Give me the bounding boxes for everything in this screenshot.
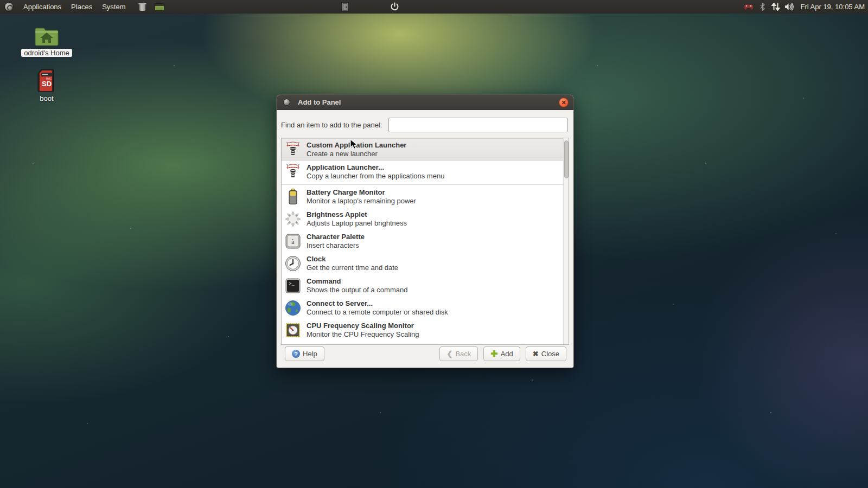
item-title: Clock xyxy=(307,255,398,264)
item-description: Insert characters xyxy=(307,241,365,250)
desktop-icon-label: boot xyxy=(40,94,53,102)
launcher-icon xyxy=(284,163,302,181)
list-item-dictionary-partial[interactable]: Dictionary Look up xyxy=(282,341,569,345)
sd-card-icon: SD MMC xyxy=(37,68,56,92)
item-description: Monitor the CPU Frequency Scaling xyxy=(307,330,419,339)
item-description: Connect to a remote computer or shared d… xyxy=(307,308,448,317)
home-folder-icon xyxy=(34,25,59,47)
close-button[interactable]: ✖ Close xyxy=(526,346,566,361)
item-description: Get the current time and date xyxy=(307,264,398,272)
list-item-custom-application-launcher[interactable]: Custom Application Launcher Create a new… xyxy=(282,138,569,160)
bluetooth-icon[interactable] xyxy=(757,2,767,12)
list-item-command[interactable]: >_ Command Shows the output of a command xyxy=(282,274,569,297)
applet-list: Custom Application Launcher Create a new… xyxy=(281,138,569,345)
item-title: Battery Charge Monitor xyxy=(307,188,416,197)
add-to-panel-dialog: Add to Panel ✕ Find an item to add to th… xyxy=(276,94,574,368)
list-item-character-palette[interactable]: à Character Palette Insert characters xyxy=(282,230,569,252)
item-title: Connect to Server... xyxy=(307,299,448,308)
cpu-gauge-icon xyxy=(284,322,302,339)
item-title: Brightness Applet xyxy=(307,210,407,219)
svg-text:à: à xyxy=(291,238,295,246)
menu-system[interactable]: System xyxy=(97,0,130,14)
back-button[interactable]: ❮ Back xyxy=(439,346,478,361)
item-description: Adjusts Laptop panel brightness xyxy=(307,219,407,228)
svg-text:SD: SD xyxy=(42,80,52,88)
item-description: Copy a launcher from the applications me… xyxy=(307,172,444,181)
launcher-icon xyxy=(284,141,302,158)
power-icon[interactable] xyxy=(390,2,399,11)
list-scrollbar[interactable] xyxy=(563,138,569,344)
brightness-sun-icon xyxy=(284,210,302,228)
desktop-icon-home[interactable]: odroid's Home xyxy=(17,25,76,57)
dialog-title: Add to Panel xyxy=(298,98,341,106)
list-item-battery-charge-monitor[interactable]: Battery Charge Monitor Monitor a laptop'… xyxy=(282,185,569,208)
svg-text:>_: >_ xyxy=(289,281,295,287)
trash-icon[interactable] xyxy=(138,2,147,11)
find-input[interactable] xyxy=(388,118,568,132)
clock-icon xyxy=(284,255,302,272)
show-desktop-icon[interactable] xyxy=(155,3,164,11)
menu-applications[interactable]: Applications xyxy=(18,0,66,14)
back-chevron-icon: ❮ xyxy=(446,350,452,358)
list-item-cpu-frequency-scaling-monitor[interactable]: CPU Frequency Scaling Monitor Monitor th… xyxy=(282,319,569,341)
add-plus-icon: ✚ xyxy=(490,350,497,358)
item-title: Command xyxy=(307,277,407,286)
desktop-icon-label: odroid's Home xyxy=(21,49,72,57)
top-panel: Applications Places System xyxy=(0,0,868,14)
list-item-clock[interactable]: Clock Get the current time and date xyxy=(282,252,569,274)
svg-text:MMC: MMC xyxy=(46,78,52,80)
close-x-icon: ✖ xyxy=(533,350,539,358)
distro-logo-icon[interactable] xyxy=(4,2,14,11)
globe-icon xyxy=(284,299,302,317)
mouse-cursor xyxy=(350,139,359,151)
character-key-icon: à xyxy=(284,233,302,250)
help-button[interactable]: ? Help xyxy=(285,346,324,361)
gamepad-indicator-icon[interactable] xyxy=(744,2,754,12)
dialog-titlebar[interactable]: Add to Panel ✕ xyxy=(277,95,573,110)
battery-icon xyxy=(284,188,302,206)
menu-places[interactable]: Places xyxy=(66,0,97,14)
add-button[interactable]: ✚ Add xyxy=(483,346,520,361)
list-item-connect-to-server[interactable]: Connect to Server... Connect to a remote… xyxy=(282,297,569,319)
terminal-icon: >_ xyxy=(284,277,302,294)
list-separator xyxy=(282,183,569,185)
find-label: Find an item to add to the panel: xyxy=(281,121,382,129)
desktop-icon-boot[interactable]: SD MMC boot xyxy=(17,68,76,102)
logout-door-icon[interactable] xyxy=(341,2,349,11)
close-window-icon[interactable]: ✕ xyxy=(559,98,569,107)
scrollbar-thumb[interactable] xyxy=(564,140,569,178)
panel-clock[interactable]: Fri Apr 19, 10:05 AM xyxy=(798,3,865,11)
network-arrows-icon[interactable] xyxy=(771,2,781,12)
list-item-brightness-applet[interactable]: Brightness Applet Adjusts Laptop panel b… xyxy=(282,208,569,230)
item-description: Monitor a laptop's remaining power xyxy=(307,197,416,206)
item-title: CPU Frequency Scaling Monitor xyxy=(307,322,419,330)
dictionary-icon xyxy=(284,344,302,345)
volume-icon[interactable] xyxy=(784,2,794,12)
list-item-application-launcher[interactable]: Application Launcher... Copy a launcher … xyxy=(282,160,569,183)
help-icon: ? xyxy=(292,350,300,358)
window-icon xyxy=(283,99,290,106)
item-description: Shows the output of a command xyxy=(307,286,407,294)
item-title: Application Launcher... xyxy=(307,163,444,172)
item-title: Character Palette xyxy=(307,233,365,241)
